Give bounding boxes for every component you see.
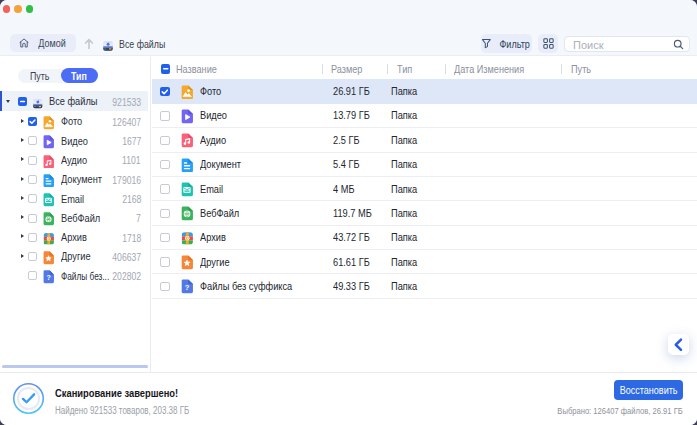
svg-text:?: ? — [46, 274, 50, 281]
svg-text:?: ? — [185, 283, 190, 292]
